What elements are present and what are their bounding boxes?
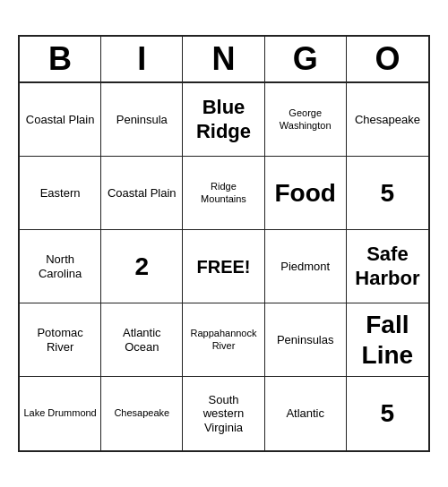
header-letter: I — [101, 37, 183, 81]
bingo-cell: Coastal Plain — [20, 83, 101, 157]
bingo-cell: Potomac River — [20, 303, 101, 377]
bingo-cell: Ridge Mountains — [183, 157, 264, 230]
bingo-card: BINGO Coastal PlainPeninsulaBlue RidgeGe… — [18, 35, 430, 452]
bingo-cell: North Carolina — [20, 230, 101, 303]
bingo-cell: Chesapeake — [101, 377, 183, 450]
bingo-cell: Atlantic Ocean — [101, 303, 183, 377]
header-letter: B — [20, 37, 101, 81]
bingo-cell: Food — [265, 157, 347, 230]
header-letter: G — [265, 37, 347, 81]
bingo-cell: 5 — [347, 157, 428, 230]
bingo-cell: Lake Drummond — [20, 377, 101, 450]
bingo-cell: Eastern — [20, 157, 101, 230]
bingo-cell: George Washington — [265, 83, 347, 157]
bingo-cell: 2 — [101, 230, 183, 303]
header-letter: O — [347, 37, 428, 81]
header-letter: N — [183, 37, 264, 81]
bingo-cell: Chesapeake — [347, 83, 428, 157]
bingo-cell: 5 — [347, 377, 428, 450]
bingo-cell: Piedmont — [265, 230, 347, 303]
bingo-cell: Safe Harbor — [347, 230, 428, 303]
bingo-cell: Blue Ridge — [183, 83, 264, 157]
bingo-cell: Atlantic — [265, 377, 347, 450]
bingo-cell: Peninsula — [101, 83, 183, 157]
bingo-cell: Coastal Plain — [101, 157, 183, 230]
bingo-cell: Rappahannock River — [183, 303, 264, 377]
bingo-cell: FREE! — [183, 230, 264, 303]
bingo-cell: Peninsulas — [265, 303, 347, 377]
bingo-header: BINGO — [20, 37, 428, 83]
bingo-cell: South western Virginia — [183, 377, 264, 450]
bingo-cell: Fall Line — [347, 303, 428, 377]
bingo-grid: Coastal PlainPeninsulaBlue RidgeGeorge W… — [20, 83, 428, 450]
